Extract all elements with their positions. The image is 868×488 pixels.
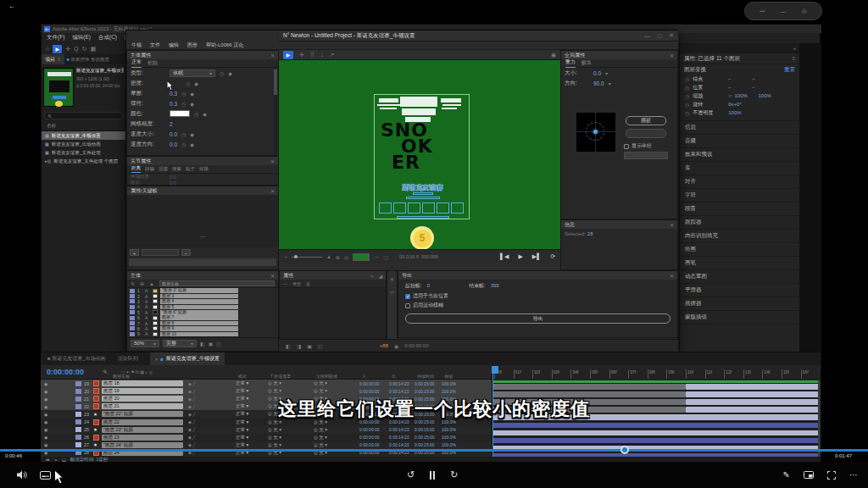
keyframe-diamond-icon[interactable]: ◆ <box>190 131 194 137</box>
newton-minimize-icon[interactable]: — <box>644 33 650 39</box>
timeline-layer-row[interactable]: ◉20图层 19◆ ╱正常 ▾◎ 无 ▾◎ 无 ▾0:00:00:000:00:… <box>41 387 492 395</box>
stretch-value[interactable]: 100.0% <box>442 427 465 432</box>
volume-icon[interactable] <box>17 470 28 480</box>
body-color-swatch[interactable] <box>153 299 158 303</box>
capture-button[interactable]: 捕获 <box>626 116 666 125</box>
layer-bar[interactable] <box>492 453 818 457</box>
layer-switches[interactable]: ◆ ╱ <box>188 381 236 386</box>
stretch-value[interactable]: 100.0% <box>442 435 465 440</box>
target-icon[interactable]: ⊕ <box>140 280 144 286</box>
duration-value[interactable]: 0:00:15:00 <box>415 381 442 386</box>
eye-icon[interactable]: ◉ <box>41 427 51 432</box>
tab-normal[interactable]: 正常 <box>131 58 142 68</box>
newton-canvas[interactable]: SNO OK ER 斯诺克友谊赛 <box>279 60 560 249</box>
home-icon[interactable]: ⌂ <box>46 46 49 52</box>
timeline-ruler[interactable]: 00f01f02f03f04f05f06f07f08f09f10f11f12f1… <box>492 365 818 380</box>
timeline-col-header[interactable]: 入 <box>362 374 392 379</box>
pencil-icon[interactable]: ✎ <box>131 280 135 286</box>
out-value[interactable]: 0:00:14:23 <box>389 442 415 447</box>
layer-bar[interactable] <box>686 384 818 390</box>
panel-close-icon[interactable]: ✕ <box>270 53 275 58</box>
video-progress-bar[interactable] <box>0 449 868 452</box>
background-color-swatch[interactable] <box>353 253 370 261</box>
layer-switches[interactable]: ◆ ╱ <box>188 427 236 432</box>
end-frame-value[interactable]: 399 <box>491 283 499 288</box>
panel-close-icon[interactable]: ✕ <box>670 273 674 279</box>
subtitle-toggle-icon[interactable] <box>40 471 51 480</box>
newton-menu-3[interactable]: 图形 <box>187 42 198 49</box>
pyramid-icon[interactable]: ▲ <box>149 281 154 286</box>
label-chip[interactable] <box>75 389 81 394</box>
transform-value-2[interactable]: 100% <box>759 93 771 98</box>
camera-icon[interactable]: ◉ <box>394 343 398 349</box>
timeline-col-header[interactable]: 图层名称 <box>113 374 238 379</box>
transform-value-2[interactable]: – <box>752 85 754 90</box>
out-value[interactable]: 0:00:14:23 <box>389 381 415 386</box>
replay-icon[interactable]: ↺ <box>407 469 415 480</box>
panel-section-7[interactable]: 跟踪器 <box>680 216 799 230</box>
gravity-dir-value[interactable]: 90.0 <box>593 80 604 86</box>
layer-switches[interactable]: ◆ ╱ <box>188 389 236 394</box>
panel-section-11[interactable]: 动态草图 <box>680 270 799 284</box>
timeline-tab-1[interactable]: ■ 斯诺克友谊赛_出场动画 <box>47 355 106 363</box>
layer-bar[interactable] <box>492 423 818 429</box>
more-dots-icon[interactable]: ••• <box>760 8 765 14</box>
newton-marquee-tool-icon[interactable]: ⠿ <box>310 52 314 58</box>
timeline-col-header[interactable]: 伸缩 <box>444 374 468 379</box>
trash-icon[interactable]: ▭ <box>390 289 395 295</box>
layout-icon-4[interactable]: ◰ <box>318 343 323 349</box>
project-item[interactable]: ▦斯诺克友谊赛_文件处理 <box>42 148 125 157</box>
keyframe-diamond-icon[interactable]: ◆ <box>190 141 194 147</box>
eye-icon[interactable]: ◉ <box>41 381 51 386</box>
visibility-icon[interactable]: ◎ <box>344 254 348 260</box>
newton-menu-4[interactable]: 帮助-L0066 汉化 <box>206 42 243 49</box>
panel-section-4[interactable]: 对齐 <box>680 175 799 189</box>
timeline-layer-row[interactable]: ◉19图层 18◆ ╱正常 ▾◎ 无 ▾◎ 无 ▾0:00:00:000:00:… <box>41 380 492 387</box>
tab-solver[interactable]: 解算 <box>581 59 592 67</box>
reset-link[interactable]: 重置 <box>784 66 795 74</box>
tab-initial[interactable]: 初始 <box>147 59 158 67</box>
newton-select-tool-icon[interactable]: ▶ <box>283 51 293 59</box>
body-color-swatch[interactable] <box>153 332 158 336</box>
ae-menu-0[interactable]: 文件(F) <box>47 34 64 42</box>
start-frame-value[interactable]: 0 <box>427 283 430 288</box>
mode-select[interactable]: 正常 ▾ <box>236 435 268 441</box>
stretch-value[interactable]: 100.0% <box>442 389 465 394</box>
panel-section-14[interactable]: 蒙版插值 <box>680 311 799 324</box>
newton-close-icon[interactable]: ✕ <box>669 32 674 39</box>
panel-section-6[interactable]: 段落 <box>680 202 799 216</box>
stopwatch-icon[interactable]: ◷ <box>685 110 689 116</box>
project-search-input[interactable]: 🔍︎ <box>44 112 123 119</box>
newton-menu-0[interactable]: 牛顿 <box>131 42 142 49</box>
camera-tool-icon[interactable]: ▦ <box>90 46 96 53</box>
out-value[interactable]: 0:00:14:23 <box>389 435 415 440</box>
remove-keyframe-button[interactable]: − <box>181 249 191 256</box>
layer-bar[interactable] <box>492 438 818 444</box>
graph-icon[interactable]: ◢ <box>378 273 382 279</box>
duration-value[interactable]: 0:00:15:00 <box>415 442 442 447</box>
timeline-timecode[interactable]: 0:00:00:00 <box>41 368 84 376</box>
timeline-col-header[interactable]: 出 <box>392 374 417 379</box>
newton-menu-2[interactable]: 编辑 <box>169 42 179 49</box>
body-list-row[interactable]: 9A图层 10 <box>127 331 278 336</box>
panel-section-13[interactable]: 摇摆器 <box>680 297 799 311</box>
label-chip[interactable] <box>75 381 81 386</box>
panel-section-10[interactable]: 画笔 <box>680 257 799 270</box>
panel-menu-icon[interactable]: ≡ <box>792 56 795 61</box>
body-color-swatch[interactable] <box>153 326 158 330</box>
timeline-layer-row[interactable]: ◉25★"图层 23" 轮廓◆ ╱正常 ▾◎ 无 ▾◎ 无 ▾0:00:00:0… <box>41 426 492 434</box>
body-color-swatch[interactable] <box>153 305 158 309</box>
layer-switches[interactable]: ◆ ╱ <box>188 435 236 440</box>
rotate-tool-icon[interactable]: ↻ <box>82 46 87 53</box>
duration-value[interactable]: 0:00:15:00 <box>415 389 442 394</box>
project-item[interactable]: ▦斯诺克友谊赛_出场动画 <box>42 140 125 148</box>
layer-switches[interactable]: ◆ ╱ <box>188 442 236 447</box>
mode-select[interactable]: 正常 ▾ <box>236 442 268 448</box>
view-icon-3[interactable]: ◰ <box>216 341 221 347</box>
transform-value-1[interactable]: – <box>728 76 752 81</box>
out-value[interactable]: 0:00:14:23 <box>389 389 415 394</box>
timeline-col-header[interactable]: 持续时间 <box>417 374 444 379</box>
zoom-in-icon[interactable]: ▲ <box>326 254 331 259</box>
bounds-icon[interactable]: ▢ <box>383 254 388 260</box>
matte-select[interactable]: ◎ 无 ▾ <box>268 442 314 448</box>
